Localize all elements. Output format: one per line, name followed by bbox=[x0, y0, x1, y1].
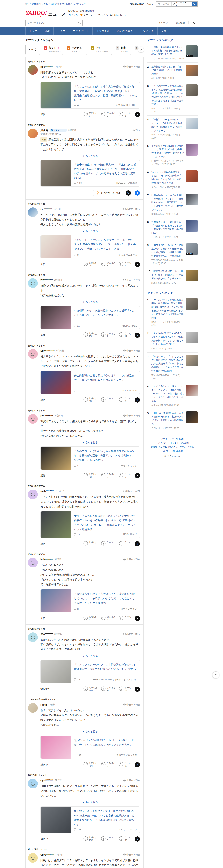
reaction-insight[interactable]: なるほど1 bbox=[101, 332, 115, 338]
x-share-button[interactable]: X bbox=[135, 541, 140, 547]
avatar[interactable] bbox=[28, 349, 38, 359]
reply-link[interactable]: 返信7件 bbox=[40, 837, 49, 841]
x-share-button[interactable]: X bbox=[135, 112, 140, 117]
article-card[interactable]: 井上尚弥戦の会場で発見「やっぱ！」「つい最近まで…」映った大物日本人に目を疑うフ… bbox=[40, 371, 140, 394]
nav-item[interactable]: トップ bbox=[25, 27, 41, 35]
hide-report-link[interactable]: 非表示・報告 bbox=[123, 414, 140, 417]
ranking-link[interactable]: 秋篠宮家の次女・佳子さま着用「七宝焼のイヤリング」→販売数約130倍に 事業所驚… bbox=[152, 193, 185, 212]
avatar[interactable] bbox=[28, 414, 38, 424]
x-share-button[interactable]: X bbox=[135, 762, 140, 768]
ranking-link[interactable]: 【速報】スキー場の屋外エスカレーターに5歳男児が挟まれ意識不明 北海道小樽市・朝… bbox=[152, 118, 185, 132]
avatar[interactable] bbox=[28, 208, 38, 217]
page-top-button[interactable] bbox=[212, 672, 219, 678]
reaction-hmm[interactable]: うーん2 bbox=[119, 397, 131, 403]
ranking-link[interactable]: 最高賞金3倍超でも、売れ行き20年で3割減 宝くじ販売低迷のなぜ bbox=[152, 65, 185, 76]
username[interactable]: pon******** bbox=[40, 414, 53, 417]
reaction-insight[interactable]: なるほど4 bbox=[101, 616, 115, 621]
topic-chip[interactable]: 3中谷 スポーツ/格闘技 bbox=[89, 44, 112, 55]
reply-link[interactable]: 返信4件 bbox=[40, 763, 49, 767]
reaction-hmm[interactable]: うーん12 bbox=[119, 332, 131, 338]
keyword-search-input[interactable] bbox=[26, 21, 76, 24]
reply-link[interactable]: 返信 bbox=[40, 113, 45, 116]
ranking-link[interactable]: 小池都知事がFNN単独インタビューで“家庭ゴミ有料化の必要性”を強調「区民に行動… bbox=[152, 144, 185, 158]
article-card[interactable]: “お米ソムリエ”松村沙友理 日本のコメ政策に「主食…守っていくには価格を上げてい… bbox=[40, 736, 140, 759]
ranking-link[interactable]: 「止めろ危ない」「壊されてしまう」カシメロ、流血の衝撃TKO劇にファン戦慄 強打… bbox=[152, 385, 185, 403]
ranking-link[interactable]: 「女子高校生コンクリ詰め殺人事件」準主犯格Bの孤独な最期 3年前51歳で自宅トイ… bbox=[152, 84, 185, 106]
article-card[interactable]: 中森明菜（60）、笑顔の最新ショットに反響「どんどん若返って…」「かっこよすぎる… bbox=[40, 306, 140, 329]
footer-link-line[interactable]: メディアステートメント - 運営方針 bbox=[156, 442, 189, 444]
avatar[interactable] bbox=[28, 490, 38, 499]
nav-item[interactable]: ライブ bbox=[54, 27, 69, 35]
article-card[interactable]: 「親のエゴじゃないだろうか」梅宮辰夫の死から5年、自身のがん宣告…梅宮アンナ（5… bbox=[40, 446, 140, 470]
yahoo-japan-link[interactable]: Yahoo! JAPAN bbox=[129, 3, 145, 5]
ranking-link[interactable]: 「やばいって」「これはひどすぎ」新幹線での〝悪質行為〟に怒りの声続出「グリーン車… bbox=[152, 355, 185, 373]
hide-report-link[interactable]: 報告 bbox=[132, 129, 140, 132]
help-link[interactable]: ヘルプ bbox=[147, 3, 154, 5]
avatar[interactable] bbox=[28, 853, 38, 863]
nav-item[interactable]: オリジナル bbox=[92, 27, 113, 35]
keyword-search-button[interactable] bbox=[76, 20, 83, 26]
username[interactable]: mic******** bbox=[40, 65, 53, 68]
helpful-button[interactable]: 参考になった 414 bbox=[93, 190, 123, 196]
footer-link-line[interactable]: ヘルプ・お問い合わせ bbox=[162, 450, 183, 453]
signup-link[interactable]: 新規取得 bbox=[86, 10, 95, 12]
reaction-hmm[interactable]: うーん bbox=[119, 541, 131, 547]
reply-link[interactable]: 返信 bbox=[40, 263, 45, 266]
username[interactable]: ish******** bbox=[40, 208, 52, 211]
more-button[interactable]: ▼もっと見る bbox=[40, 300, 140, 304]
reaction-empathy[interactable]: 共感した24 bbox=[83, 261, 97, 267]
web-search-button[interactable] bbox=[192, 2, 197, 6]
reaction-empathy[interactable]: 共感した25 bbox=[83, 332, 97, 338]
reaction-empathy[interactable]: 共感した221 bbox=[83, 762, 97, 768]
login-link[interactable]: ログイン bbox=[68, 13, 78, 18]
comment-ranking-title[interactable]: ヤフコメランキング bbox=[147, 38, 198, 42]
reaction-insight[interactable]: なるほど9 bbox=[101, 836, 115, 842]
x-share-button[interactable]: X bbox=[135, 397, 140, 403]
nav-item[interactable]: 速報 bbox=[41, 27, 54, 35]
trending-query[interactable]: スノーエスカ... bbox=[171, 2, 192, 6]
username[interactable]: oyo******** bbox=[40, 779, 53, 782]
x-share-button[interactable]: X bbox=[135, 687, 140, 692]
reaction-empathy[interactable]: 共感した362 bbox=[83, 686, 97, 692]
reaction-hmm[interactable]: うーん39 bbox=[119, 762, 131, 768]
reaction-empathy[interactable]: 共感した23 bbox=[83, 473, 97, 478]
reaction-insight[interactable]: なるほど3 bbox=[101, 261, 115, 267]
username[interactable]: kab******** bbox=[40, 558, 53, 561]
x-share-button[interactable]: X bbox=[135, 333, 140, 338]
donation-promo-link[interactable]: 能登半島地震2年。あなたの想いを寄付で現地に届けませんか bbox=[25, 3, 86, 5]
topic-chip[interactable]: 2オオカミ↑ 国内/社会 bbox=[65, 44, 87, 55]
username[interactable]: bmw******** bbox=[40, 349, 55, 352]
ranking-link[interactable]: 日韓慰安婦合意10年 履行「棚上げ」続く 韓国政府、合意尊重も国内から見直し求め… bbox=[152, 270, 185, 280]
reply-link[interactable]: 返信 bbox=[40, 398, 45, 402]
footer-link-line[interactable]: 著作権 - 特定商取引法の表示 - ご意見・ご要望 bbox=[151, 446, 194, 448]
avatar[interactable] bbox=[28, 632, 38, 642]
reply-link[interactable]: 返信 bbox=[40, 474, 45, 477]
hide-report-link[interactable]: 非表示・報告 bbox=[123, 779, 140, 782]
facebook-share-button[interactable]: f bbox=[135, 190, 140, 196]
settings-gear-icon[interactable] bbox=[188, 21, 198, 25]
reaction-hmm[interactable]: うーん6 bbox=[119, 473, 131, 478]
more-button[interactable]: ▼もっと見る bbox=[40, 154, 140, 157]
username[interactable]: omo******** bbox=[40, 853, 54, 856]
username[interactable]: zlw******** bbox=[40, 278, 53, 281]
avatar[interactable] bbox=[28, 779, 38, 788]
purchase-history-link[interactable]: 購入履歴 bbox=[171, 21, 188, 24]
more-button[interactable]: ▼もっと見る bbox=[40, 230, 140, 233]
ranking-link[interactable]: 野村修也弁護士、前川喜平氏「中国が日本に攻めてくるというのは重症な被害妄想」論に… bbox=[152, 220, 185, 235]
access-ranking-title[interactable]: アクセスランキング bbox=[147, 291, 198, 295]
article-card[interactable]: 「生きているのがつらい」…生活保護を相談した74歳独居女性、役所で浴びせられた“… bbox=[40, 660, 140, 683]
article-card[interactable]: 女性客「体も心も踏みにじられた」10人の女性に性的暴行・わいせつ行為等の罪に問わ… bbox=[40, 511, 140, 538]
reaction-insight[interactable]: なるほど96 bbox=[101, 686, 115, 692]
hide-report-link[interactable]: 非表示・報告 bbox=[123, 558, 140, 561]
avatar[interactable] bbox=[28, 558, 38, 567]
web-search-box[interactable]: ウェブ検索 スノーエスカ... bbox=[156, 1, 198, 7]
avatar[interactable] bbox=[28, 129, 38, 138]
more-button[interactable]: ▼もっと見る bbox=[40, 730, 140, 733]
article-card[interactable]: 「最後は布すらなくて光で隠してた」清純派を目指していたのに…手島優（43）が語る… bbox=[40, 589, 140, 613]
reaction-hmm[interactable]: うーん3 bbox=[119, 112, 131, 118]
hide-report-link[interactable]: 非表示・報告 bbox=[123, 65, 140, 68]
avatar[interactable] bbox=[28, 278, 38, 288]
hide-report-link[interactable]: 非表示・報告 bbox=[123, 278, 140, 281]
x-share-button[interactable]: X bbox=[135, 262, 140, 267]
nav-item[interactable]: ランキング bbox=[136, 27, 157, 35]
